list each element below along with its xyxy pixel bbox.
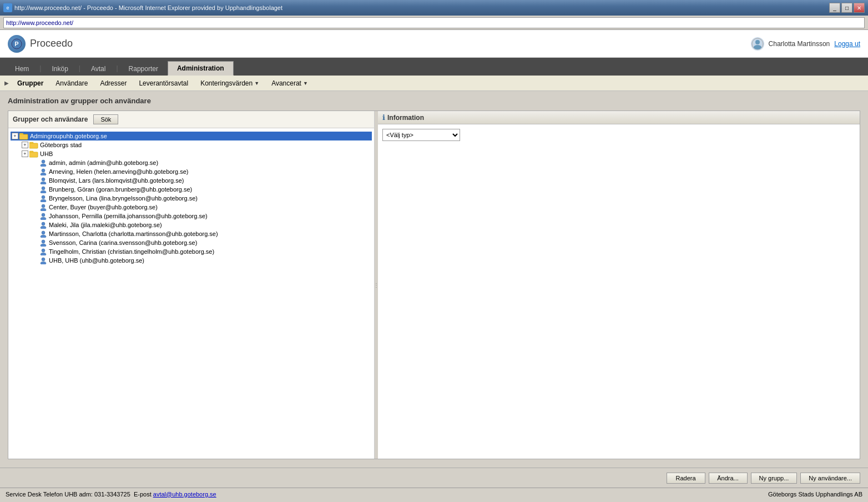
address-bar [0,16,868,30]
search-button[interactable]: Sök [93,114,118,124]
user-icon [39,203,47,211]
expand-icon[interactable]: + [22,150,28,157]
avancerat-dropdown-arrow: ▼ [303,81,308,86]
user-name: Charlotta Martinsson [769,40,830,48]
status-left: Service Desk Telefon UHB adm: 031-334372… [6,491,216,498]
sub-nav-arrow-icon: ▶ [4,80,9,86]
tree-item-user4[interactable]: Brunberg, Göran (goran.brunberg@uhb.gote… [11,185,372,194]
user-icon [39,212,47,220]
status-right: Göteborgs Stads Upphandlings AB [768,491,862,498]
nav-tabs: Hem | Inköp | Avtal | Rapporter Administ… [0,58,868,76]
tree-item-user11[interactable]: Tingelholm, Christian (christian.tingelh… [11,247,372,256]
tree-item-user2[interactable]: Arneving, Helen (helen.arneving@uhb.gote… [11,167,372,176]
minimize-button[interactable]: _ [829,3,840,13]
tree-item-label: Admingroupuhb.goteborg.se [30,133,107,139]
right-panel-body: <Välj typ> Grupp Användare [378,124,860,459]
ny-anvandare-button[interactable]: Ny användare... [800,473,860,484]
ny-grupp-button[interactable]: Ny grupp... [751,473,798,484]
tree-item-user5[interactable]: Bryngelsson, Lina (lina.bryngelsson@uhb.… [11,194,372,203]
tree-item-label: Johansson, Pernilla (pernilla.johansson@… [49,213,208,219]
svg-point-30 [42,231,45,234]
svg-point-3 [755,40,760,44]
address-input[interactable] [3,17,865,28]
logo-icon: P [8,35,26,53]
svg-rect-7 [19,134,28,139]
subnav-avancerat[interactable]: Avancerat ▼ [266,77,314,89]
right-panel-title: Information [387,114,424,122]
tree-item-user1[interactable]: admin, admin (admin@uhb.goteborg.se) [11,158,372,167]
svg-point-36 [42,258,45,261]
tree-item-label: Center, Buyer (buyer@uhb.goteborg.se) [49,204,158,210]
close-button[interactable]: ✕ [854,3,865,13]
radera-button[interactable]: Radera [667,473,705,484]
tab-sep-3: | [115,61,119,76]
user-avatar-icon [751,37,764,51]
svg-point-19 [41,182,46,184]
svg-point-20 [42,187,45,190]
svg-point-35 [41,253,46,255]
title-bar: e http://www.proceedo.net/ - Proceedo - … [0,0,868,16]
page-title: Administration av grupper och användare [8,97,860,105]
subnav-anvandare[interactable]: Användare [50,77,93,89]
svg-point-33 [41,244,46,247]
user-icon [39,230,47,238]
tab-avtal[interactable]: Avtal [82,61,115,76]
logout-link[interactable]: Logga ut [834,40,860,48]
window-icon: e [3,3,12,12]
svg-point-22 [42,195,45,199]
window-controls[interactable]: _ □ ✕ [829,3,865,13]
svg-point-29 [41,226,46,229]
restore-button[interactable]: □ [841,3,852,13]
svg-point-18 [42,178,45,181]
app-container: P Proceedo Charlotta Martinsson Logga ut… [0,30,868,488]
tree-item-label: UHB [40,150,53,157]
tree-item-user6[interactable]: Center, Buyer (buyer@uhb.goteborg.se) [11,203,372,212]
tree-item-goteborgs[interactable]: + Göteborgs stad [11,140,372,149]
right-panel-header: ℹ Information [378,111,860,124]
tree-item-user9[interactable]: Martinsson, Charlotta (charlotta.martins… [11,229,372,238]
tree-item-label: Martinsson, Charlotta (charlotta.martins… [49,230,218,237]
subnav-konteringsvarden[interactable]: Konteringsvärden ▼ [195,77,265,89]
tree-item-user3[interactable]: Blomqvist, Lars (lars.blomqvist@uhb.gote… [11,176,372,185]
info-icon: ℹ [382,113,385,122]
logo-area: P Proceedo [8,35,73,53]
subnav-grupper[interactable]: Grupper [12,77,49,89]
svg-point-24 [42,204,45,208]
subnav-leverantorsavtal[interactable]: Leverantörsavtal [133,77,194,89]
expand-icon[interactable]: + [22,142,28,148]
user-icon [39,185,47,193]
tree-item-user10[interactable]: Svensson, Carina (carina.svensson@uhb.go… [11,238,372,247]
svg-point-23 [41,199,46,202]
tab-administration[interactable]: Administration [168,61,234,76]
tree-item-label: Göteborgs stad [40,142,82,148]
tree-item-user12[interactable]: UHB, UHB (uhb@uhb.goteborg.se) [11,256,372,265]
tree-item-label: Arneving, Helen (helen.arneving@uhb.gote… [49,168,189,175]
user-area: Charlotta Martinsson Logga ut [751,37,860,51]
expand-icon[interactable]: + [12,133,18,139]
folder-icon [19,132,28,140]
tab-hem[interactable]: Hem [6,61,38,76]
top-bar: P Proceedo Charlotta Martinsson Logga ut [0,30,868,58]
tab-inkop[interactable]: Inköp [42,61,77,76]
left-panel-header: Grupper och användare Sök [8,111,374,128]
left-panel: Grupper och användare Sök + Admingroupuh… [8,111,375,459]
type-select[interactable]: <Välj typ> Grupp Användare [382,129,460,141]
tree-item-label: admin, admin (admin@uhb.goteborg.se) [49,159,158,166]
window-title: http://www.proceedo.net/ - Proceedo - Mi… [14,4,829,11]
folder-icon [29,150,38,158]
svg-point-34 [42,249,45,252]
tree-item-user7[interactable]: Johansson, Pernilla (pernilla.johansson@… [11,212,372,220]
tree-item-root[interactable]: + Admingroupuhb.goteborg.se [11,132,372,140]
tree-item-user8[interactable]: Maleki, Jila (jila.maleki@uhb.goteborg.s… [11,220,372,229]
tree-item-uhb[interactable]: + UHB [11,149,372,158]
svg-point-15 [41,164,46,167]
tree-area[interactable]: + Admingroupuhb.goteborg.se+ Göteborgs s… [8,128,374,459]
svg-point-4 [754,45,761,49]
tree-item-label: Bryngelsson, Lina (lina.bryngelsson@uhb.… [49,195,198,202]
andra-button[interactable]: Ändra... [709,473,748,484]
tab-sep-1: | [38,61,42,76]
tab-rapporter[interactable]: Rapporter [119,61,168,76]
status-email-link[interactable]: avtal@uhb.goteborg.se [153,491,216,498]
subnav-adresser[interactable]: Adresser [94,77,132,89]
bottom-bar: Radera Ändra... Ny grupp... Ny användare… [0,468,868,488]
